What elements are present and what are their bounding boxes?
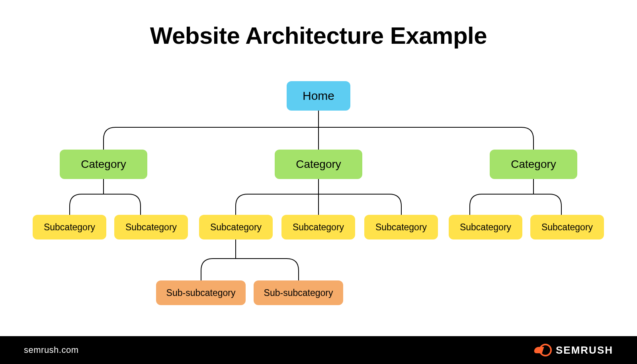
node-label: Subcategory [375, 223, 427, 232]
node-subcategory-1a: Subcategory [33, 215, 106, 239]
connector-lines [0, 0, 637, 364]
node-label: Subcategory [44, 223, 95, 232]
node-label: Subcategory [210, 223, 262, 232]
node-label: Category [296, 159, 341, 170]
node-subcategory-3a: Subcategory [449, 215, 522, 239]
footer-brand-word: SEMRUSH [556, 344, 613, 356]
node-label: Category [81, 159, 126, 170]
node-home: Home [287, 81, 350, 111]
node-label: Subcategory [541, 223, 593, 232]
node-label: Category [511, 159, 556, 170]
footer: semrush.com SEMRUSH [0, 336, 637, 364]
node-subcategory-3b: Subcategory [530, 215, 604, 239]
node-label: Subcategory [125, 223, 177, 232]
footer-brand: SEMRUSH [539, 344, 613, 356]
node-category-3: Category [490, 150, 577, 179]
node-sub-subcategory-2: Sub-subcategory [254, 280, 343, 305]
node-category-1: Category [60, 150, 147, 179]
page-title: Website Architecture Example [0, 22, 637, 49]
footer-site-url: semrush.com [24, 345, 79, 355]
node-label: Sub-subcategory [166, 288, 236, 298]
node-subcategory-2a: Subcategory [199, 215, 273, 239]
node-subcategory-2b: Subcategory [281, 215, 355, 239]
node-sub-subcategory-1: Sub-subcategory [156, 280, 246, 305]
diagram-canvas: Website Architecture Example [0, 0, 637, 364]
node-label: Subcategory [293, 223, 344, 232]
semrush-logo-icon [539, 344, 552, 356]
node-label: Home [303, 90, 334, 102]
node-label: Sub-subcategory [264, 288, 333, 298]
node-category-2: Category [275, 150, 362, 179]
node-subcategory-2c: Subcategory [364, 215, 438, 239]
node-subcategory-1b: Subcategory [114, 215, 188, 239]
node-label: Subcategory [460, 223, 511, 232]
